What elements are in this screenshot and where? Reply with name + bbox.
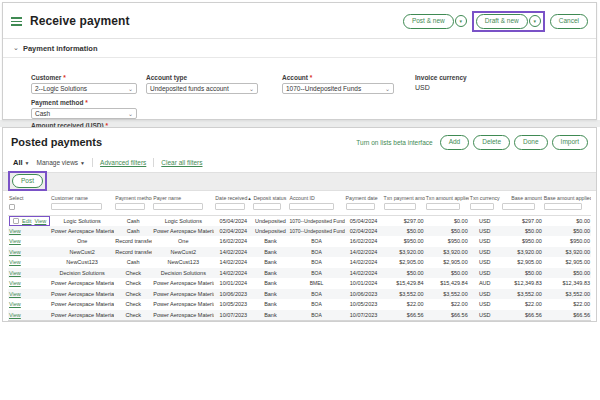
sort-ascending-icon: ▴ bbox=[248, 195, 251, 201]
filter-bar: All▼ Manage views▼ Advanced filters Clea… bbox=[3, 153, 596, 172]
view-link[interactable]: View bbox=[9, 312, 21, 318]
beta-interface-link[interactable]: Turn on lists beta interface bbox=[356, 139, 432, 146]
view-link[interactable]: View bbox=[9, 291, 21, 297]
delete-button[interactable]: Delete bbox=[473, 135, 510, 150]
draft-and-new-caret-icon[interactable]: ▾ bbox=[529, 15, 541, 27]
table-row: ViewPower Aerospace MaterialsCheckPower … bbox=[8, 278, 591, 289]
column-filter-input[interactable] bbox=[253, 203, 281, 210]
cancel-button[interactable]: Cancel bbox=[550, 14, 588, 29]
table-cell: $66.56 bbox=[501, 310, 543, 321]
table-cell: $950.00 bbox=[383, 236, 425, 247]
import-button[interactable]: Import bbox=[552, 135, 588, 150]
done-button[interactable]: Done bbox=[514, 135, 548, 150]
column-header[interactable]: Txn currency bbox=[469, 192, 501, 202]
column-header[interactable]: Payment method bbox=[114, 192, 152, 202]
table-cell: NewCust2 bbox=[152, 247, 214, 258]
table-cell: Power Aerospace Materials bbox=[50, 289, 114, 300]
post-and-new-button[interactable]: Post & new bbox=[403, 14, 454, 29]
column-filter-input[interactable] bbox=[470, 203, 495, 210]
view-link[interactable]: View bbox=[9, 238, 21, 244]
column-filter-input[interactable] bbox=[289, 203, 333, 210]
payment-information-section-header[interactable]: ⌄ Payment information bbox=[3, 39, 596, 58]
table-cell: 10/07/2023 bbox=[214, 310, 252, 321]
post-and-new-caret-icon[interactable]: ▾ bbox=[455, 15, 467, 27]
table-cell: USD bbox=[469, 268, 501, 279]
add-button[interactable]: Add bbox=[440, 135, 470, 150]
column-filter-input[interactable] bbox=[115, 203, 145, 210]
divider bbox=[92, 158, 93, 167]
hamburger-menu-icon[interactable] bbox=[11, 17, 22, 26]
table-cell: 16/02/2024 bbox=[214, 236, 252, 247]
view-link[interactable]: View bbox=[9, 270, 21, 276]
invoice-currency-value: USD bbox=[415, 84, 467, 91]
table-cell: USD bbox=[469, 215, 501, 226]
column-filter-input[interactable] bbox=[426, 203, 460, 210]
column-filter-input[interactable] bbox=[346, 203, 376, 210]
column-header[interactable]: Payer name bbox=[152, 192, 214, 202]
column-header[interactable]: Txn amount applied bbox=[425, 192, 469, 202]
table-cell: Power Aerospace Materials bbox=[152, 226, 214, 237]
table-cell: $22.00 bbox=[543, 299, 591, 310]
table-cell: Cash bbox=[114, 257, 152, 268]
table-cell: $50.00 bbox=[383, 268, 425, 279]
post-button[interactable]: Post bbox=[12, 174, 43, 189]
account-type-select[interactable]: Undeposited funds account⌄ bbox=[146, 83, 258, 94]
table-row: ViewOneRecord transferOne16/02/2024BankB… bbox=[8, 236, 591, 247]
table-cell: USD bbox=[469, 236, 501, 247]
table-cell: Logic Solutions bbox=[50, 215, 114, 226]
row-checkbox[interactable] bbox=[13, 218, 19, 224]
column-filter-input[interactable] bbox=[51, 203, 102, 210]
payment-method-select[interactable]: Cash⌄ bbox=[31, 108, 137, 119]
table-cell: $297.00 bbox=[383, 215, 425, 226]
table-cell: USD bbox=[469, 299, 501, 310]
invoice-currency-label: Invoice currency bbox=[415, 74, 467, 81]
column-header[interactable]: Customer name bbox=[50, 192, 114, 202]
select-all-checkbox[interactable] bbox=[9, 204, 15, 210]
table-cell: $12,349.83 bbox=[501, 278, 543, 289]
table-cell: $50.00 bbox=[425, 268, 469, 279]
column-header[interactable]: Account ID bbox=[288, 192, 344, 202]
table-cell: $15,429.84 bbox=[383, 278, 425, 289]
column-filter-input[interactable] bbox=[544, 203, 582, 210]
table-cell: $12,349.83 bbox=[543, 278, 591, 289]
table-cell: 14/02/2024 bbox=[345, 268, 383, 279]
table-cell: USD bbox=[469, 289, 501, 300]
table-cell: 02/04/2024 bbox=[214, 226, 252, 237]
column-header[interactable]: Date received▴ bbox=[214, 192, 252, 202]
view-link[interactable]: View bbox=[9, 249, 21, 255]
column-header[interactable]: Base amount bbox=[501, 192, 543, 202]
view-link[interactable]: View bbox=[9, 228, 21, 234]
column-filter-input[interactable] bbox=[215, 203, 245, 210]
row-actions: View bbox=[9, 291, 21, 297]
view-link[interactable]: View bbox=[9, 280, 21, 286]
account-type-field: Account type Undeposited funds account⌄ bbox=[146, 74, 258, 94]
table-cell: $3,920.00 bbox=[543, 247, 591, 258]
manage-views-dropdown[interactable]: Manage views▼ bbox=[37, 159, 86, 166]
table-cell: Decision Solutions bbox=[50, 268, 114, 279]
column-header[interactable]: Payment date bbox=[345, 192, 383, 202]
draft-and-new-button[interactable]: Draft & new bbox=[476, 14, 528, 29]
view-link[interactable]: View bbox=[9, 259, 21, 265]
column-filter-input[interactable] bbox=[502, 203, 535, 210]
edit-link[interactable]: Edit bbox=[22, 218, 31, 224]
table-cell: 14/02/2024 bbox=[214, 247, 252, 258]
view-link[interactable]: View bbox=[9, 301, 21, 307]
clear-all-filters-link[interactable]: Clear all filters bbox=[161, 159, 202, 166]
table-cell: $50.00 bbox=[383, 226, 425, 237]
column-filter-input[interactable] bbox=[153, 203, 202, 210]
table-row: ViewPower Aerospace MaterialsCheckPower … bbox=[8, 299, 591, 310]
column-header[interactable]: Deposit status bbox=[252, 192, 288, 202]
account-select[interactable]: 1070--Undeposited Funds⌄ bbox=[282, 83, 394, 94]
customer-select[interactable]: 2--Logic Solutions⌄ bbox=[31, 83, 137, 94]
view-selector-dropdown[interactable]: All▼ bbox=[13, 158, 30, 167]
column-header[interactable]: Base amount applied bbox=[543, 192, 591, 202]
column-header[interactable]: Txn payment amount bbox=[383, 192, 425, 202]
table-cell: $297.00 bbox=[501, 215, 543, 226]
table-cell: Bank bbox=[252, 299, 288, 310]
table-row: ViewDecision SolutionsCheckDecision Solu… bbox=[8, 268, 591, 279]
view-link[interactable]: View bbox=[34, 218, 46, 224]
column-filter-input[interactable] bbox=[384, 203, 417, 210]
advanced-filters-link[interactable]: Advanced filters bbox=[100, 159, 146, 166]
table-cell: $22.00 bbox=[383, 299, 425, 310]
table-cell: $50.00 bbox=[425, 226, 469, 237]
